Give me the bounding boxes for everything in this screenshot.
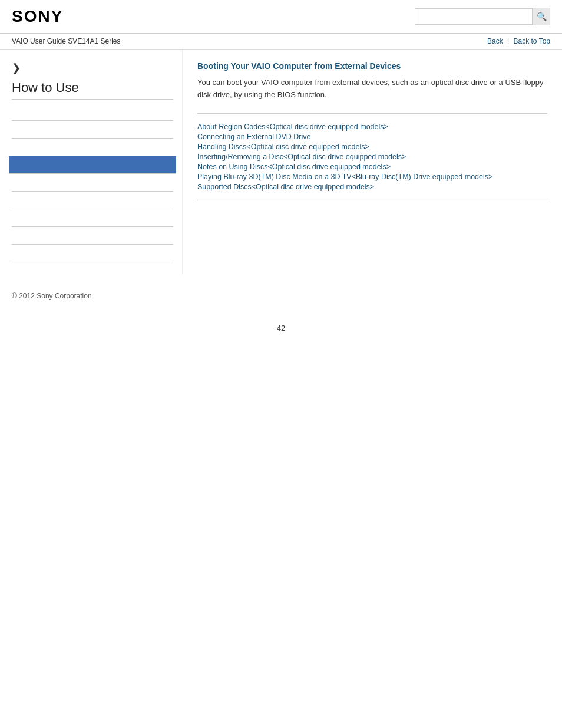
related-link-item-7[interactable]: Supported Discs<Optical disc drive equip… [197,183,547,191]
sidebar-item-4-active[interactable] [9,156,176,174]
related-link-5[interactable]: Notes on Using Discs<Optical disc drive … [197,163,391,171]
content-area: Booting Your VAIO Computer from External… [183,50,562,274]
related-link-1[interactable]: About Region Codes<Optical disc drive eq… [197,123,388,131]
related-link-7[interactable]: Supported Discs<Optical disc drive equip… [197,183,374,191]
back-to-top-link[interactable]: Back to Top [514,37,550,45]
sub-header: VAIO User Guide SVE14A1 Series Back | Ba… [0,34,562,50]
content-main-desc: You can boot your VAIO computer from ext… [197,77,547,101]
back-link[interactable]: Back [487,37,503,45]
related-link-2[interactable]: Connecting an External DVD Drive [197,133,310,141]
page-number: 42 [0,324,562,344]
search-icon: 🔍 [537,12,547,21]
related-link-4[interactable]: Inserting/Removing a Disc<Optical disc d… [197,153,406,161]
related-link-item-4[interactable]: Inserting/Removing a Disc<Optical disc d… [197,153,547,161]
sidebar-arrow-icon[interactable]: ❯ [12,61,173,74]
nav-separator: | [507,37,509,45]
main-container: ❯ How to Use Booting Your VAIO Computer … [0,50,562,274]
copyright-text: © 2012 Sony Corporation [12,292,92,300]
content-main-title[interactable]: Booting Your VAIO Computer from External… [197,61,547,71]
search-button[interactable]: 🔍 [533,8,550,25]
related-link-item-2[interactable]: Connecting an External DVD Drive [197,133,547,141]
top-nav: Back | Back to Top [487,37,550,45]
sidebar-section-title: How to Use [12,80,173,100]
sidebar-item-6[interactable] [12,192,173,209]
related-link-item-6[interactable]: Playing Blu-ray 3D(TM) Disc Media on a 3… [197,173,547,181]
page-number-value: 42 [277,324,285,332]
sidebar-item-7[interactable] [12,209,173,227]
related-link-6[interactable]: Playing Blu-ray 3D(TM) Disc Media on a 3… [197,173,492,181]
related-links-list: About Region Codes<Optical disc drive eq… [197,123,547,191]
search-box: 🔍 [415,8,550,25]
sidebar: ❯ How to Use [0,50,183,274]
sidebar-nav [12,103,173,262]
sony-logo: SONY [12,7,63,26]
related-link-item-1[interactable]: About Region Codes<Optical disc drive eq… [197,123,547,131]
sidebar-item-2[interactable] [12,121,173,139]
sidebar-item-9[interactable] [12,245,173,262]
sidebar-item-1[interactable] [12,103,173,121]
related-link-item-3[interactable]: Handling Discs<Optical disc drive equipp… [197,143,547,151]
search-input[interactable] [415,8,533,25]
sidebar-item-3[interactable] [12,139,173,156]
guide-title: VAIO User Guide SVE14A1 Series [12,37,121,45]
content-divider-bottom [197,200,547,200]
sidebar-item-8[interactable] [12,227,173,245]
related-link-3[interactable]: Handling Discs<Optical disc drive equipp… [197,143,369,151]
content-divider [197,113,547,114]
main-content-section: Booting Your VAIO Computer from External… [197,61,547,101]
related-link-item-5[interactable]: Notes on Using Discs<Optical disc drive … [197,163,547,171]
footer: © 2012 Sony Corporation [0,274,562,312]
sidebar-item-5[interactable] [12,174,173,192]
header: SONY 🔍 [0,0,562,34]
